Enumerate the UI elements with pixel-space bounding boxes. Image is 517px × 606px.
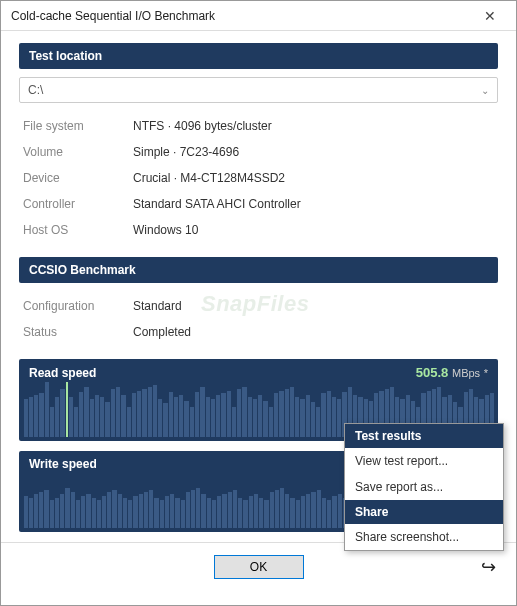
graph-bar [175,498,179,528]
graph-bar [139,494,143,528]
graph-bar [160,500,164,528]
graph-bar [132,393,136,437]
graph-bar [105,402,109,437]
graph-bar [243,500,247,528]
vol-value: Simple · 7C23-4696 [133,145,239,159]
info-row-status: Status Completed [23,319,494,345]
graph-bar [259,498,263,528]
graph-bar [100,397,104,437]
graph-bar [95,395,99,437]
graph-bar [79,392,83,437]
close-icon: ✕ [484,8,496,24]
graph-bar [29,397,33,437]
vol-label: Volume [23,145,133,159]
graph-bar [170,494,174,528]
cfg-label: Configuration [23,299,133,313]
graph-bar [279,391,283,437]
cfg-value: Standard [133,299,182,313]
graph-bar [60,389,64,437]
graph-bar [55,498,59,528]
graph-bar [39,492,43,528]
graph-bar [311,492,315,528]
graph-bar [179,395,183,437]
graph-bar [190,407,194,437]
graph-bar [50,500,54,528]
write-title: Write speed [29,457,97,471]
graph-bar [60,494,64,528]
ctrl-label: Controller [23,197,133,211]
menu-item-share-screenshot[interactable]: Share screenshot... [345,524,503,550]
ctrl-value: Standard SATA AHCI Controller [133,197,301,211]
graph-bar [238,498,242,528]
graph-bar [111,389,115,437]
chevron-down-icon: ⌄ [481,85,489,96]
graph-bar [24,399,28,437]
graph-bar [296,500,300,528]
graph-bar [153,385,157,437]
graph-bar [290,387,294,437]
graph-bar [44,490,48,528]
graph-bar [50,407,54,437]
graph-bar [232,407,236,437]
info-grid: File system NTFS · 4096 bytes/cluster Vo… [23,113,494,243]
graph-bar [196,488,200,528]
context-menu: Test results View test report... Save re… [344,423,504,551]
read-unit: MBps [452,367,480,379]
location-dropdown[interactable]: C:\ ⌄ [19,77,498,103]
read-num: 505.8 [416,365,449,380]
graph-bar [29,498,33,528]
info-row-volume: Volume Simple · 7C23-4696 [23,139,494,165]
bench-grid: Configuration Standard Status Completed [23,293,494,345]
graph-bar [248,397,252,437]
read-star: * [484,367,488,379]
ok-button[interactable]: OK [214,555,304,579]
location-value: C:\ [28,83,43,97]
window-title: Cold-cache Sequential I/O Benchmark [11,9,215,23]
graph-bar [34,494,38,528]
graph-bar [322,498,326,528]
graph-bar [200,387,204,437]
graph-bar [321,393,325,437]
graph-bar [128,500,132,528]
graph-bar [45,382,49,437]
fs-value: NTFS · 4096 bytes/cluster [133,119,272,133]
graph-bar [237,389,241,437]
graph-bar [112,490,116,528]
graph-bar [66,382,68,437]
os-label: Host OS [23,223,133,237]
graph-bar [133,496,137,528]
share-icon[interactable]: ↪ [481,556,496,578]
graph-bar [285,389,289,437]
graph-bar [169,392,173,437]
graph-bar [301,496,305,528]
read-value: 505.8 MBps * [416,365,488,380]
graph-bar [253,399,257,437]
graph-bar [254,494,258,528]
close-button[interactable]: ✕ [470,2,510,30]
graph-bar [221,393,225,437]
graph-bar [306,494,310,528]
fs-label: File system [23,119,133,133]
graph-bar [295,397,299,437]
graph-bar [174,397,178,437]
graph-bar [184,401,188,437]
graph-bar [144,492,148,528]
graph-bar [270,492,274,528]
menu-item-view-report[interactable]: View test report... [345,448,503,474]
titlebar: Cold-cache Sequential I/O Benchmark ✕ [1,1,516,31]
menu-header-share: Share [345,500,503,524]
graph-bar [55,397,59,437]
graph-bar [274,393,278,437]
graph-bar [148,387,152,437]
st-value: Completed [133,325,191,339]
graph-bar [137,391,141,437]
graph-bar [181,500,185,528]
graph-bar [338,494,342,528]
graph-bar [65,488,69,528]
graph-bar [211,399,215,437]
graph-bar [233,490,237,528]
menu-item-save-report[interactable]: Save report as... [345,474,503,500]
graph-bar [332,496,336,528]
graph-bar [76,500,80,528]
graph-bar [228,492,232,528]
